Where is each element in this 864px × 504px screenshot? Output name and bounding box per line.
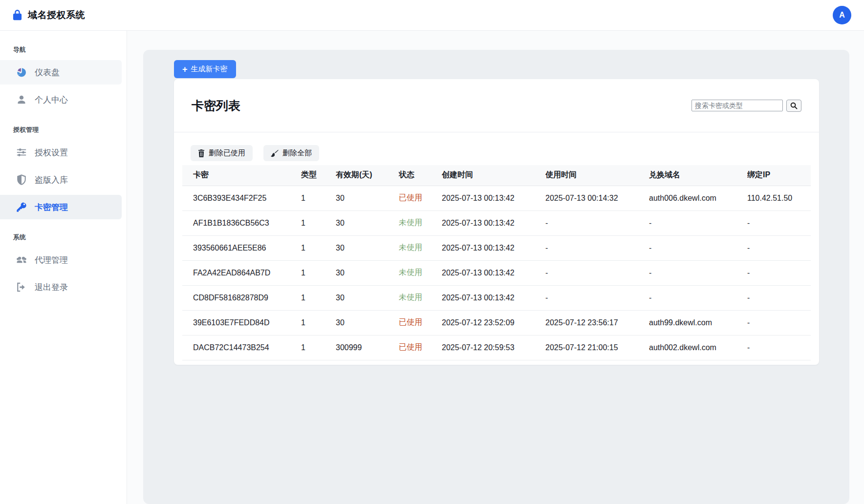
cell-used-at: - (545, 235, 649, 260)
cell-ip: - (747, 310, 811, 335)
table-row: DACB72C14473B254 1 300999 已使用 2025-07-12… (182, 335, 811, 360)
col-used-at: 使用时间 (545, 165, 649, 186)
cell-used-at: - (545, 210, 649, 235)
cell-days: 30 (336, 310, 399, 335)
sidebar-item-logout[interactable]: 退出登录 (0, 275, 122, 299)
cell-status: 已使用 (399, 186, 442, 210)
table-row: CD8DF581682878D9 1 30 未使用 2025-07-13 00:… (182, 285, 811, 310)
sidebar-item-dashboard[interactable]: 仪表盘 (0, 60, 122, 84)
cell-domain: auth002.dkewl.com (649, 335, 747, 360)
sidebar-section-auth: 授权管理 (0, 126, 127, 134)
cell-key: 39E6103E7FEDD84D (182, 310, 301, 335)
cell-created: 2025-07-13 00:13:42 (442, 235, 545, 260)
toolbar: 删除已使用 删除全部 (174, 145, 819, 161)
cell-domain: auth99.dkewl.com (649, 310, 747, 335)
sidebar-section-system: 系统 (0, 233, 127, 242)
delete-used-button[interactable]: 删除已使用 (191, 145, 253, 161)
cell-key: DACB72C14473B254 (182, 335, 301, 360)
main-content: + 生成新卡密 卡密列表 (127, 31, 864, 504)
table-row: 393560661AEE5E86 1 30 未使用 2025-07-13 00:… (182, 235, 811, 260)
lock-icon (13, 10, 22, 21)
col-created: 创建时间 (442, 165, 545, 186)
sidebar-item-label: 代理管理 (35, 254, 68, 266)
cell-type: 1 (301, 235, 336, 260)
search-input[interactable] (691, 100, 783, 111)
cell-type: 1 (301, 285, 336, 310)
cell-used-at: 2025-07-12 23:56:17 (545, 310, 649, 335)
cell-used-at: 2025-07-12 21:00:15 (545, 335, 649, 360)
sidebar-item-label: 退出登录 (35, 282, 68, 293)
sidebar-item-card-keys[interactable]: 卡密管理 (0, 195, 122, 219)
cell-created: 2025-07-13 00:13:42 (442, 210, 545, 235)
cell-domain: auth006.dkewl.com (649, 186, 747, 210)
brand: 域名授权系统 (13, 9, 85, 21)
brush-icon (271, 149, 279, 157)
page-title: 卡密列表 (192, 98, 240, 114)
sidebar-item-label: 授权设置 (35, 147, 68, 158)
sidebar-item-label: 盗版入库 (35, 174, 68, 186)
cell-used-at: - (545, 285, 649, 310)
cell-type: 1 (301, 210, 336, 235)
cell-ip: - (747, 260, 811, 285)
cell-ip: - (747, 285, 811, 310)
top-header: 域名授权系统 A (0, 0, 864, 31)
sidebar-item-agents[interactable]: 代理管理 (0, 248, 122, 272)
col-domain: 兑换域名 (649, 165, 747, 186)
cell-domain: - (649, 285, 747, 310)
avatar[interactable]: A (833, 6, 851, 24)
cell-created: 2025-07-13 00:13:42 (442, 260, 545, 285)
cell-days: 30 (336, 235, 399, 260)
cell-status: 未使用 (399, 210, 442, 235)
cell-ip: 110.42.51.50 (747, 186, 811, 210)
content-panel: + 生成新卡密 卡密列表 (143, 50, 849, 504)
cell-key: 3C6B393E434F2F25 (182, 186, 301, 210)
cell-type: 1 (301, 260, 336, 285)
logout-icon (16, 282, 27, 293)
plus-icon: + (182, 65, 188, 74)
sidebar-item-label: 仪表盘 (35, 67, 60, 78)
table-body: 3C6B393E434F2F25 1 30 已使用 2025-07-13 00:… (182, 186, 811, 360)
cell-created: 2025-07-13 00:13:42 (442, 285, 545, 310)
sidebar-item-auth-settings[interactable]: 授权设置 (0, 140, 122, 165)
cell-type: 1 (301, 310, 336, 335)
cell-created: 2025-07-12 23:52:09 (442, 310, 545, 335)
table-row: AF1B1B1836CB56C3 1 30 未使用 2025-07-13 00:… (182, 210, 811, 235)
cell-key: FA2A42EAD864AB7D (182, 260, 301, 285)
sidebar-item-label: 卡密管理 (35, 202, 68, 213)
cell-key: CD8DF581682878D9 (182, 285, 301, 310)
cell-status: 未使用 (399, 235, 442, 260)
cell-created: 2025-07-13 00:13:42 (442, 186, 545, 210)
card-key-list-card: 卡密列表 (174, 79, 819, 365)
card-key-table: 卡密 类型 有效期(天) 状态 创建时间 使用时间 兑换域名 绑定IP 3C6B (182, 165, 811, 360)
cell-domain: - (649, 210, 747, 235)
trash-icon (198, 149, 205, 157)
cell-domain: - (649, 260, 747, 285)
cell-status: 未使用 (399, 285, 442, 310)
cell-days: 30 (336, 285, 399, 310)
search-icon (790, 102, 798, 109)
sliders-icon (16, 147, 27, 158)
delete-all-button[interactable]: 删除全部 (263, 145, 319, 161)
search-group (691, 100, 801, 112)
table-row: 3C6B393E434F2F25 1 30 已使用 2025-07-13 00:… (182, 186, 811, 210)
col-key: 卡密 (182, 165, 301, 186)
cell-ip: - (747, 210, 811, 235)
generate-key-button[interactable]: + 生成新卡密 (174, 60, 236, 78)
cell-key: AF1B1B1836CB56C3 (182, 210, 301, 235)
table-wrap: 卡密 类型 有效期(天) 状态 创建时间 使用时间 兑换域名 绑定IP 3C6B (174, 165, 819, 365)
cell-created: 2025-07-12 20:59:53 (442, 335, 545, 360)
cell-status: 已使用 (399, 335, 442, 360)
sidebar-item-profile[interactable]: 个人中心 (0, 87, 122, 112)
cell-ip: - (747, 235, 811, 260)
sidebar-item-piracy[interactable]: 盗版入库 (0, 168, 122, 192)
card-header: 卡密列表 (174, 79, 819, 132)
shield-icon (16, 174, 27, 185)
cell-used-at: 2025-07-13 00:14:32 (545, 186, 649, 210)
cell-domain: - (649, 235, 747, 260)
cell-days: 30 (336, 210, 399, 235)
table-header-row: 卡密 类型 有效期(天) 状态 创建时间 使用时间 兑换域名 绑定IP (182, 165, 811, 186)
cell-days: 30 (336, 186, 399, 210)
cell-days: 300999 (336, 335, 399, 360)
search-button[interactable] (786, 100, 801, 112)
cell-type: 1 (301, 186, 336, 210)
